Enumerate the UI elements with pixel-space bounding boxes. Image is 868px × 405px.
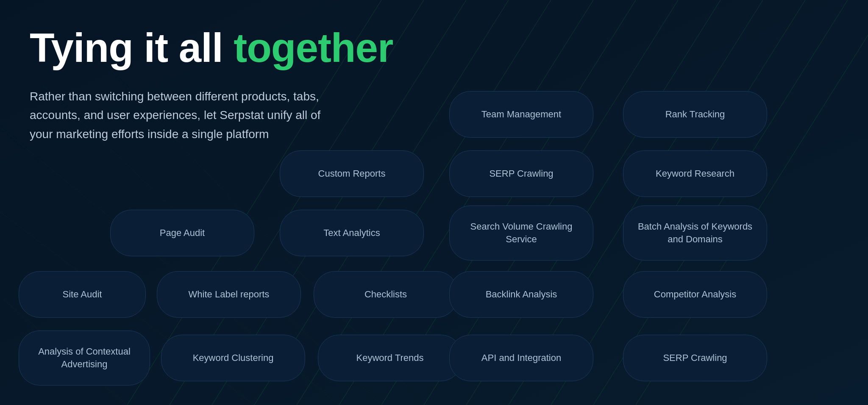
subtitle-text: Rather than switching between different … <box>30 87 326 144</box>
main-headline: Tying it all together <box>30 25 838 70</box>
headline-green: together <box>234 25 393 70</box>
headline-text: Tying it all <box>30 25 234 70</box>
